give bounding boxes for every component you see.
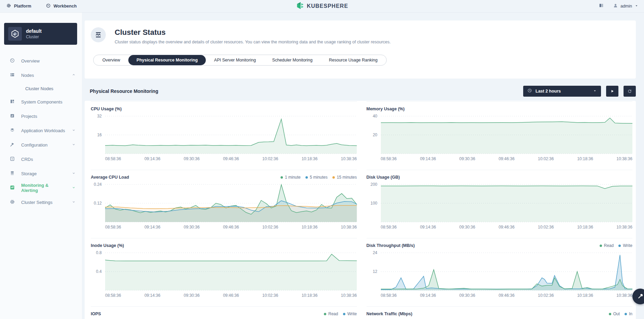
page-header-panel: Cluster Status Cluster status displays t… [85, 20, 636, 79]
sidebar-item-nodes[interactable]: Nodes [0, 68, 82, 82]
x-tick-label: 10:38:36 [616, 225, 632, 230]
y-tick-label: 0.8 [96, 250, 102, 255]
x-tick-label: 09:30:36 [459, 156, 475, 161]
sidebar-item-projects[interactable]: Projects [0, 109, 82, 123]
autorefresh-play-button[interactable] [606, 86, 618, 97]
chevron-down-icon [72, 185, 76, 191]
x-axis: 08:58:3609:14:3609:30:3609:46:3610:02:36… [381, 225, 633, 230]
tab-api-server-monitoring[interactable]: API Server Monitoring [206, 55, 264, 65]
components-icon [10, 99, 15, 105]
chevron-down-icon [72, 128, 76, 133]
y-axis: 4020 [367, 113, 381, 155]
sidebar: default Cluster OverviewNodesCluster Nod… [0, 13, 82, 319]
x-tick-label: 10:02:36 [262, 156, 278, 161]
time-range-select[interactable]: Last 2 hours [523, 86, 601, 97]
chart-plot [105, 250, 357, 292]
username: admin [620, 4, 632, 9]
tab-physical-resource-monitoring[interactable]: Physical Resource Monitoring [128, 55, 206, 65]
x-tick-label: 09:46:36 [499, 225, 515, 230]
legend-dot [281, 176, 283, 179]
sidebar-item-system-components[interactable]: System Components [0, 95, 82, 109]
x-tick-label: 10:38:36 [341, 225, 357, 230]
sidebar-item-label: Projects [21, 114, 76, 119]
storage-icon [10, 170, 15, 177]
refresh-button[interactable] [624, 86, 636, 97]
x-tick-label: 10:38:36 [616, 293, 632, 298]
legend-item-write: Write [618, 243, 632, 248]
workbench-label: Workbench [54, 4, 77, 9]
chart-title: Inode Usage (%) [91, 243, 357, 248]
x-tick-label: 10:02:36 [538, 293, 554, 298]
top-bar: Platform Workbench KUBESPHERE admin [0, 0, 644, 13]
platform-label: Platform [14, 4, 31, 9]
charts-panel: CPU Usage (%)321608:58:3609:14:3609:30:3… [85, 101, 636, 319]
tab-resource-usage-ranking[interactable]: Resource Usage Ranking [321, 55, 386, 65]
x-tick-label: 10:38:36 [341, 293, 357, 298]
clock-icon [527, 88, 532, 94]
chevron-down-icon [72, 171, 76, 176]
legend-item-read: Read [600, 243, 614, 248]
docs-icon[interactable] [599, 3, 604, 10]
nodes-icon [10, 72, 15, 79]
x-tick-label: 09:14:36 [144, 293, 160, 298]
sidebar-item-overview[interactable]: Overview [0, 54, 82, 68]
y-tick-label: 200 [370, 182, 377, 187]
chart-title: Memory Usage (%) [367, 107, 633, 111]
section-row: Physical Resource Monitoring Last 2 hour… [85, 85, 636, 97]
sidebar-item-configuration[interactable]: Configuration [0, 138, 82, 152]
x-tick-label: 10:18:36 [577, 156, 593, 161]
x-tick-label: 09:46:36 [223, 225, 239, 230]
sidebar-item-application-workloads[interactable]: Application Workloads [0, 123, 82, 138]
user-menu[interactable]: admin [613, 3, 639, 9]
sidebar-item-monitoring-alerting[interactable]: Monitoring & Alerting [0, 181, 82, 195]
page-description: Cluster status displays the overview and… [91, 40, 636, 44]
chart-plot [381, 113, 633, 155]
x-tick-label: 09:30:36 [459, 225, 475, 230]
x-axis: 08:58:3609:14:3609:30:3609:46:3610:02:36… [381, 156, 633, 161]
x-tick-label: 09:14:36 [144, 156, 160, 161]
legend-dot [625, 313, 627, 315]
sidebar-item-storage[interactable]: Storage [0, 166, 82, 181]
y-axis: 2412 [367, 250, 381, 292]
x-tick-label: 09:30:36 [184, 156, 200, 161]
x-tick-label: 10:18:36 [302, 225, 318, 230]
x-tick-label: 09:30:36 [184, 225, 200, 230]
crd-icon [10, 156, 15, 163]
tab-scheduler-monitoring[interactable]: Scheduler Monitoring [264, 55, 321, 65]
cluster-name: default [26, 28, 42, 34]
tab-bar: OverviewPhysical Resource MonitoringAPI … [93, 55, 387, 66]
sidebar-item-cluster-settings[interactable]: Cluster Settings [0, 195, 82, 209]
platform-menu[interactable]: Platform [6, 3, 31, 9]
legend-dot [600, 245, 602, 247]
chart-memory-usage: Memory Usage (%)402008:58:3609:14:3609:3… [367, 101, 633, 157]
sidebar-item-label: Monitoring & Alerting [21, 183, 66, 193]
sidebar-item-crds[interactable]: CRDs [0, 152, 82, 166]
tab-overview[interactable]: Overview [94, 55, 128, 65]
y-tick-label: 40 [373, 114, 377, 119]
sidebar-item-label: Overview [21, 58, 76, 64]
legend-item-write: Write [343, 311, 357, 316]
x-tick-label: 09:46:36 [499, 293, 515, 298]
x-tick-label: 09:46:36 [223, 156, 239, 161]
chart-inode-usage: Inode Usage (%)0.80.408:58:3609:14:3609:… [91, 238, 357, 294]
sidebar-item-label: CRDs [21, 157, 76, 162]
x-tick-label: 09:46:36 [223, 293, 239, 298]
sidebar-item-label: Configuration [21, 142, 66, 148]
x-tick-label: 10:02:36 [262, 293, 278, 298]
user-icon [613, 3, 618, 9]
y-tick-label: 0.12 [94, 201, 102, 206]
x-tick-label: 10:02:36 [538, 156, 554, 161]
chart-plot [105, 113, 357, 155]
y-axis: 200100 [367, 182, 381, 223]
x-tick-label: 10:38:36 [616, 156, 632, 161]
x-tick-label: 10:02:36 [538, 225, 554, 230]
cluster-selector[interactable]: default Cluster [4, 23, 77, 45]
x-tick-label: 09:30:36 [459, 293, 475, 298]
y-tick-label: 12 [373, 269, 377, 274]
x-axis: 08:58:3609:14:3609:30:3609:46:3610:02:36… [105, 225, 357, 230]
workbench-menu[interactable]: Workbench [46, 3, 77, 9]
y-tick-label: 0.24 [94, 182, 102, 187]
x-tick-label: 09:14:36 [420, 225, 436, 230]
sidebar-subitem-cluster-nodes[interactable]: Cluster Nodes [0, 82, 82, 95]
kubesphere-logo[interactable]: KUBESPHERE [296, 1, 348, 11]
